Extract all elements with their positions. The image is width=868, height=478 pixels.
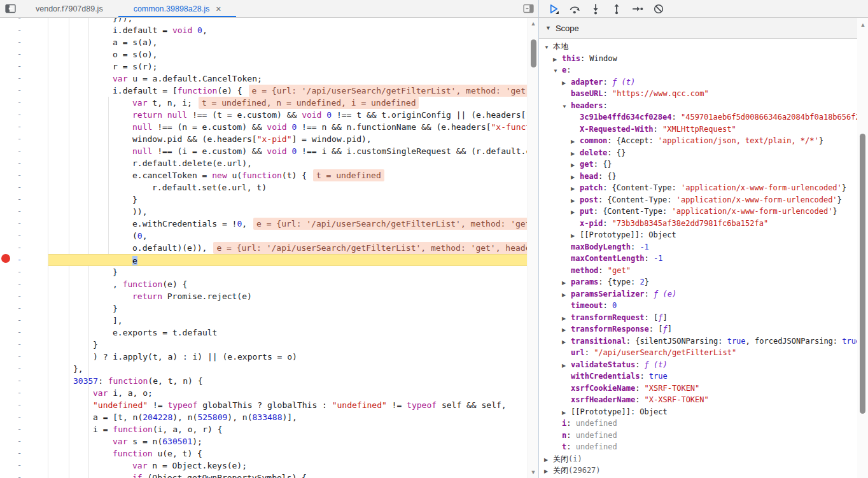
gutter-line[interactable]: - [0,290,48,302]
expander-collapsed-icon[interactable]: ▶ [544,454,553,465]
gutter-line[interactable]: - [0,109,48,121]
scope-row[interactable]: xsrfHeaderName: "X-XSRF-TOKEN" [539,394,857,406]
code-line[interactable]: a = s(a), [48,36,527,48]
scope-row[interactable]: timeout: 0 [539,300,857,312]
editor-scrollbar-thumb[interactable] [531,39,536,67]
scope-row[interactable]: ▶关闭(29627) [539,465,857,477]
code-line[interactable]: var n = Object.keys(e); [48,460,527,472]
gutter-line[interactable]: - [0,387,48,399]
scope-row[interactable]: ▶common: {Accept: 'application/json, tex… [539,135,857,147]
code-line[interactable]: ) ? i.apply(t, a) : i) || (e.exports = o… [48,351,527,363]
expander-expanded-icon[interactable]: ▼ [553,66,562,76]
code-line[interactable]: o = s(o), [48,48,527,60]
code-line[interactable]: var u = a.default.CancelToken; [48,73,527,85]
scope-row[interactable]: ▶[[Prototype]]: Object [539,406,857,418]
code-line[interactable]: return Promise.reject(e) [48,290,527,302]
gutter-line[interactable]: - [0,24,48,36]
scope-row[interactable]: withCredentials: true [539,370,857,383]
gutter-line[interactable]: - [0,218,48,230]
gutter-line[interactable]: - [0,447,48,460]
code-line[interactable]: } [48,193,527,206]
gutter-line[interactable]: - [0,327,48,339]
tab-common-js[interactable]: common.39898a28.js × [118,0,237,17]
scope-row[interactable]: n: undefined [539,430,857,442]
gutter-line[interactable]: - [0,411,48,423]
hide-debugger-sidebar-icon[interactable] [518,0,538,17]
scope-row[interactable]: ▶get: {} [539,158,857,171]
scroll-up-icon[interactable]: ▲ [528,20,538,27]
scope-row[interactable]: ▶[[Prototype]]: Object [539,229,857,241]
code-line[interactable]: ], [48,314,527,327]
code-line[interactable]: e.withCredentials = !0,e = {url: '/api/u… [48,218,527,230]
scope-row[interactable]: ▼headers: [539,100,857,112]
gutter-line[interactable]: - [0,423,48,435]
gutter-line[interactable]: - [0,193,48,206]
scope-scrollbar-thumb[interactable] [860,134,865,414]
step-into-icon[interactable] [587,1,604,17]
gutter-line[interactable]: - [0,206,48,218]
gutter-line[interactable]: - [0,230,48,242]
scope-row[interactable]: ▶transformRequest: [ƒ] [539,312,857,324]
code-line[interactable]: , function(e) { [48,278,527,290]
gutter-line[interactable]: - [0,60,48,73]
scope-row[interactable]: ▶this: Window [539,53,857,65]
scope-row[interactable]: ▶post: {Content-Type: 'application/x-www… [539,194,857,206]
expander-collapsed-icon[interactable]: ▶ [571,148,580,159]
deactivate-breakpoints-icon[interactable] [650,1,667,17]
gutter-line[interactable]: - [0,97,48,109]
step-over-icon[interactable] [566,1,583,17]
scope-row[interactable]: ▶transitional: {silentJSONParsing: true,… [539,335,857,348]
scope-row[interactable]: maxBodyLength: -1 [539,241,857,253]
gutter-line[interactable]: - [0,314,48,327]
expander-collapsed-icon[interactable]: ▶ [562,78,571,88]
code-line[interactable]: window.pid && (e.headers["x-pid"] = wind… [48,133,527,145]
expander-expanded-icon[interactable]: ▼ [562,101,571,112]
gutter-line[interactable]: - [0,169,48,181]
show-navigator-icon[interactable] [0,0,20,17]
gutter-line[interactable]: - [0,36,48,48]
code-line[interactable]: r = s(r); [48,60,527,73]
scope-row[interactable]: ▶adapter: ƒ (t) [539,76,857,88]
gutter-line[interactable]: - [0,302,48,314]
code-line[interactable]: })), [48,18,527,24]
code-line[interactable]: i.default = [function(e) {e = {url: '/ap… [48,85,527,97]
gutter-line[interactable]: - [0,363,48,375]
code-line[interactable]: i.default = void 0, [48,24,527,36]
code-line[interactable]: i = function(i, a, o, r) { [48,423,527,435]
expander-collapsed-icon[interactable]: ▶ [544,466,553,477]
expander-collapsed-icon[interactable]: ▶ [571,136,580,147]
expander-collapsed-icon[interactable]: ▶ [553,54,562,65]
gutter-line[interactable]: - [0,18,48,24]
gutter-line[interactable]: - [0,435,48,447]
code-line[interactable]: var s = n(630501); [48,435,527,447]
code-line[interactable]: 30357: function(e, t, n) { [48,375,527,387]
code-line[interactable]: } [48,302,527,314]
gutter-line[interactable]: - [0,351,48,363]
expander-collapsed-icon[interactable]: ▶ [571,207,580,218]
code-line[interactable]: (0, [48,230,527,242]
code-line[interactable]: )), [48,206,527,218]
expander-collapsed-icon[interactable]: ▶ [562,407,571,418]
expander-collapsed-icon[interactable]: ▶ [571,172,580,183]
gutter-line[interactable]: - [0,266,48,278]
code-line[interactable]: r.default.delete(e.url), [48,157,527,169]
gutter-line[interactable]: - [0,85,48,97]
gutter-line[interactable]: - [0,242,48,254]
code-line[interactable]: e.exports = t.default [48,327,527,339]
expander-collapsed-icon[interactable]: ▶ [562,290,571,300]
code-line[interactable]: e.cancelToken = new u(function(t) {t = u… [48,169,527,181]
code-line[interactable]: }, [48,363,527,375]
expander-collapsed-icon[interactable]: ▶ [571,195,580,206]
scroll-up-icon[interactable]: ▲ [857,22,868,28]
expander-collapsed-icon[interactable]: ▶ [571,183,580,194]
expander-collapsed-icon[interactable]: ▶ [571,230,580,241]
code-line[interactable]: null !== (n = e.custom) && void 0 !== n … [48,121,527,133]
gutter-line[interactable]: - [0,339,48,351]
step-icon[interactable] [629,1,646,17]
scope-row[interactable]: xsrfCookieName: "XSRF-TOKEN" [539,383,857,395]
scope-row[interactable]: ▼本地 [539,41,857,53]
scope-section-header[interactable]: ▼ Scope [539,18,857,39]
code-line[interactable]: r.default.set(e.url, t) [48,181,527,193]
expander-collapsed-icon[interactable]: ▶ [571,160,580,171]
resume-script-execution-icon[interactable] [545,1,562,17]
